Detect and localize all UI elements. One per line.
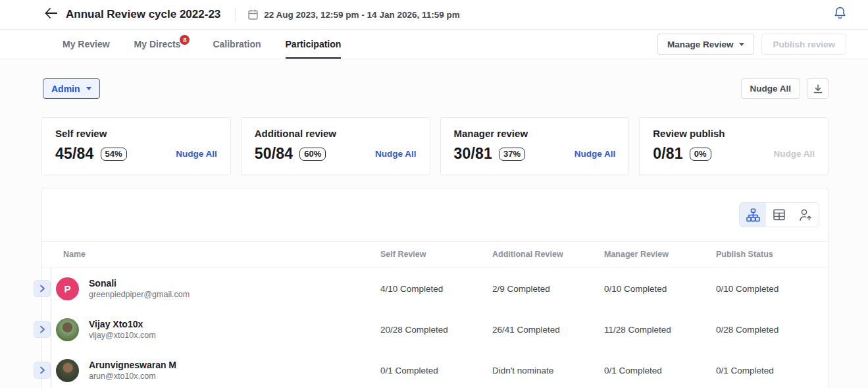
tab-label: My Review	[63, 39, 110, 49]
chevron-down-icon	[739, 43, 744, 46]
person-email: vijay@xto10x.com	[89, 331, 156, 340]
table-row: P Sonali greenpiedpiper@gmail.com 4/10 C…	[42, 268, 828, 309]
stat-card-self-review: Self review 45/84 54% Nudge All	[41, 117, 231, 175]
tab-bar-actions: Manage Review Publish review	[657, 30, 868, 59]
column-header-additional-review: Additional Review	[484, 250, 596, 259]
review-cycle-page: Annual Review cycle 2022-23 22 Aug 2023,…	[0, 0, 868, 388]
download-report-button[interactable]	[807, 78, 829, 99]
stat-card-review-publish: Review publish 0/81 0% Nudge All	[639, 117, 829, 175]
additional-review-status: Didn't nominate	[484, 366, 596, 375]
tab-participation[interactable]: Participation	[286, 30, 342, 59]
stat-value: 0/81	[653, 145, 683, 163]
stat-title: Self review	[55, 128, 217, 139]
chevron-right-icon	[39, 325, 45, 333]
person-email: arun@xto10x.com	[89, 372, 176, 381]
stat-percent-badge: 54%	[101, 148, 127, 161]
arrow-left-icon	[45, 8, 57, 21]
stat-value: 45/84	[55, 145, 94, 163]
nudge-all-link[interactable]: Nudge All	[574, 149, 616, 159]
table-view-button[interactable]	[766, 203, 792, 227]
stat-title: Review publish	[653, 128, 815, 139]
chevron-right-icon	[39, 366, 45, 374]
person-export-icon	[799, 208, 812, 221]
stat-percent-badge: 37%	[499, 148, 525, 161]
publish-review-button[interactable]: Publish review	[761, 34, 846, 55]
table-body: P Sonali greenpiedpiper@gmail.com 4/10 C…	[42, 268, 828, 388]
view-toggle	[739, 202, 819, 227]
column-header-self-review: Self Review	[372, 250, 484, 259]
org-chart-view-button[interactable]	[740, 203, 766, 227]
stat-percent-badge: 0%	[690, 148, 711, 161]
bell-icon	[833, 6, 847, 23]
download-icon	[813, 84, 823, 94]
publish-status: 0/28 Completed	[708, 325, 828, 335]
tab-label: Participation	[286, 39, 342, 49]
tab-label: Calibration	[213, 39, 261, 49]
nudge-all-link[interactable]: Nudge All	[176, 149, 217, 159]
person-info: Vijay Xto10x vijay@xto10x.com	[89, 319, 156, 340]
cycle-date-range: 22 Aug 2023, 12:59 pm - 14 Jan 2026, 11:…	[264, 10, 459, 20]
self-review-status: 0/1 Completed	[372, 366, 484, 375]
publish-status: 0/10 Completed	[708, 284, 828, 294]
participation-stats-row: Self review 45/84 54% Nudge All Addition…	[41, 117, 829, 175]
top-bar: Annual Review cycle 2022-23 22 Aug 2023,…	[0, 0, 868, 30]
participation-table-panel: Name Self Review Additional Review Manag…	[41, 188, 829, 388]
manage-review-button[interactable]: Manage Review	[657, 34, 755, 55]
person-email: greenpiedpiper@gmail.com	[89, 290, 190, 299]
self-review-status: 20/28 Completed	[372, 325, 484, 335]
chevron-right-icon	[39, 285, 45, 292]
publish-review-label: Publish review	[773, 40, 835, 49]
column-header-manager-review: Manager Review	[596, 250, 708, 259]
person-name: Sonali	[89, 278, 190, 289]
additional-review-status: 26/41 Completed	[484, 325, 596, 335]
person-name: Arunvigneswaran M	[89, 360, 176, 370]
tab-calibration[interactable]: Calibration	[213, 30, 261, 59]
tab-bar: My Review My Directs 8 Calibration Parti…	[0, 30, 868, 59]
admin-filter-label: Admin	[51, 84, 80, 94]
manage-review-label: Manage Review	[667, 40, 734, 49]
expand-row-button[interactable]	[34, 280, 51, 297]
page-title: Annual Review cycle 2022-23	[66, 8, 220, 21]
stat-card-manager-review: Manager review 30/81 37% Nudge All	[440, 117, 630, 175]
tab-label: My Directs	[134, 39, 181, 49]
nudge-all-button[interactable]: Nudge All	[741, 78, 801, 99]
table-header-row: Name Self Review Additional Review Manag…	[42, 241, 828, 267]
calendar-icon	[248, 9, 258, 20]
admin-filter-dropdown[interactable]: Admin	[43, 78, 100, 99]
name-cell: Vijay Xto10x vijay@xto10x.com	[42, 309, 372, 350]
stat-title: Additional review	[255, 128, 417, 139]
export-participants-button[interactable]	[792, 203, 819, 227]
name-cell: P Sonali greenpiedpiper@gmail.com	[42, 268, 372, 309]
nudge-all-link-disabled: Nudge All	[774, 149, 815, 159]
name-cell: Arunvigneswaran M arun@xto10x.com	[42, 350, 372, 388]
manager-review-status: 0/1 Completed	[596, 366, 708, 375]
additional-review-status: 2/9 Completed	[484, 284, 596, 294]
stat-value: 50/84	[255, 145, 294, 163]
table-row: Vijay Xto10x vijay@xto10x.com 20/28 Comp…	[42, 309, 828, 350]
person-info: Sonali greenpiedpiper@gmail.com	[89, 278, 190, 299]
self-review-status: 4/10 Completed	[372, 284, 484, 294]
nudge-all-label: Nudge All	[750, 84, 792, 94]
stat-title: Manager review	[454, 128, 616, 139]
publish-status: 0/1 Completed	[708, 366, 828, 375]
avatar	[56, 359, 79, 382]
expand-row-button[interactable]	[34, 362, 51, 379]
avatar: P	[56, 277, 79, 300]
back-button[interactable]	[45, 8, 57, 21]
manager-review-status: 0/10 Completed	[596, 284, 708, 294]
nudge-all-link[interactable]: Nudge All	[375, 149, 417, 159]
table-grid-icon	[773, 208, 786, 221]
stat-percent-badge: 60%	[299, 148, 326, 161]
tab-my-review[interactable]: My Review	[63, 30, 110, 59]
stat-value: 30/81	[454, 145, 493, 163]
avatar	[56, 318, 79, 341]
org-chart-icon	[746, 208, 760, 222]
tab-my-directs[interactable]: My Directs 8	[134, 30, 181, 59]
expand-row-button[interactable]	[34, 321, 51, 338]
notifications-button[interactable]	[833, 6, 847, 23]
stat-card-additional-review: Additional review 50/84 60% Nudge All	[241, 117, 430, 175]
table-row: Arunvigneswaran M arun@xto10x.com 0/1 Co…	[42, 350, 828, 388]
my-directs-count-badge: 8	[180, 35, 190, 45]
manager-review-status: 11/28 Completed	[596, 325, 708, 335]
chevron-down-icon	[86, 87, 91, 90]
